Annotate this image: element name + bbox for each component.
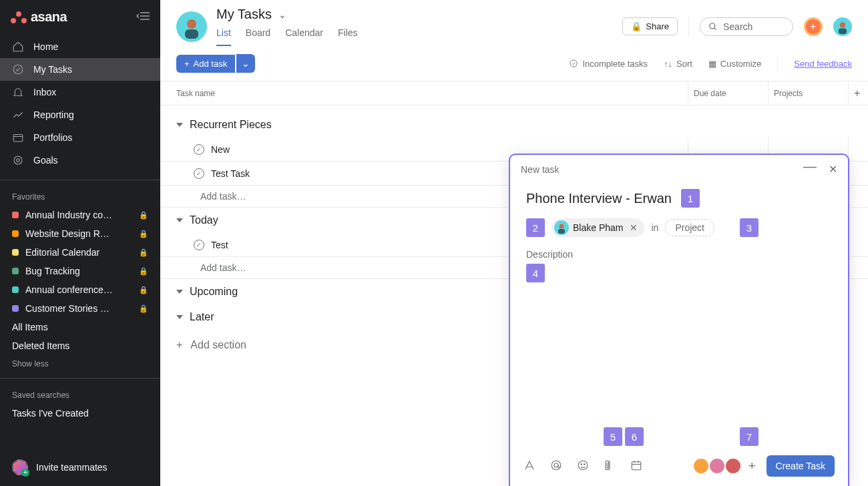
create-task-button[interactable]: Create Task xyxy=(767,455,835,477)
caret-down-icon xyxy=(176,290,183,294)
description-input[interactable] xyxy=(526,282,832,403)
favorite-item[interactable]: Annual Industry co…🔒 xyxy=(0,206,160,224)
emoji-icon[interactable] xyxy=(577,459,589,473)
app-logo[interactable]: asana xyxy=(11,9,67,25)
search-placeholder: Search xyxy=(723,21,752,32)
close-icon[interactable]: ✕ xyxy=(829,163,837,176)
sidebar-header: asana xyxy=(0,0,160,33)
app-name: asana xyxy=(31,9,67,25)
complete-toggle[interactable] xyxy=(194,168,204,179)
favorite-item[interactable]: Website Design R…🔒 xyxy=(0,224,160,243)
due-date-icon[interactable] xyxy=(630,459,642,473)
add-task-menu-button[interactable]: ⌄ xyxy=(236,54,255,73)
plus-icon: + xyxy=(176,339,182,351)
annotation-badge-4: 4 xyxy=(526,264,545,282)
favorite-label: Annual Industry co… xyxy=(25,210,132,220)
collapse-sidebar-icon[interactable] xyxy=(136,11,150,23)
list-toolbar: + Add task ⌄ Incomplete tasks ↑↓ Sort ▦ … xyxy=(160,46,868,81)
tab-list[interactable]: List xyxy=(216,27,231,46)
annotation-badge-5: 5 xyxy=(604,427,622,446)
section-header[interactable]: Recurrent Pieces xyxy=(160,112,868,138)
send-feedback-link[interactable]: Send feedback xyxy=(794,59,852,69)
favorites-extra: All Items Deleted Items xyxy=(0,318,160,355)
column-add[interactable]: + xyxy=(848,81,868,105)
collaborator-avatar[interactable] xyxy=(692,457,710,475)
lock-icon: 🔒 xyxy=(139,267,148,276)
share-button[interactable]: 🔒 Share xyxy=(622,17,678,35)
customize-button[interactable]: ▦ Customize xyxy=(708,59,761,69)
project-chip[interactable]: Project xyxy=(665,219,714,236)
nav-item-my-tasks[interactable]: My Tasks xyxy=(0,58,160,81)
chevron-down-icon[interactable]: ⌄ xyxy=(278,9,286,20)
add-collaborator-icon[interactable]: + xyxy=(748,459,756,473)
format-text-icon[interactable] xyxy=(523,459,535,473)
annotation-badge-6: 6 xyxy=(625,427,644,446)
add-task-button[interactable]: + Add task xyxy=(176,55,235,73)
svg-rect-15 xyxy=(558,229,565,234)
caret-down-icon xyxy=(176,123,183,127)
nav-label: Portfolios xyxy=(33,132,72,143)
show-less-button[interactable]: Show less xyxy=(0,355,160,373)
svg-point-20 xyxy=(584,463,586,465)
color-dot-icon xyxy=(12,212,19,218)
grid-icon: ▦ xyxy=(708,59,716,69)
popover-title: New task xyxy=(521,164,560,175)
svg-rect-21 xyxy=(632,461,641,469)
assignee-avatar-icon xyxy=(554,220,569,235)
tab-calendar[interactable]: Calendar xyxy=(285,27,323,46)
complete-toggle[interactable] xyxy=(194,240,204,250)
page-title: My Tasks xyxy=(216,7,272,22)
svg-point-3 xyxy=(13,65,23,74)
task-title-input[interactable]: Phone Interview - Erwan xyxy=(526,191,672,206)
filter-incomplete[interactable]: Incomplete tasks xyxy=(569,59,648,69)
invite-teammates-button[interactable]: + Invite teammates xyxy=(0,449,160,486)
collaborator-avatar[interactable] xyxy=(708,457,726,475)
favorite-label: Bug Tracking xyxy=(25,266,132,276)
task-name: Test Task xyxy=(211,168,250,179)
nav-item-reporting[interactable]: Reporting xyxy=(0,103,160,126)
all-items-link[interactable]: All Items xyxy=(0,318,160,336)
favorite-label: Website Design R… xyxy=(25,228,132,239)
column-due-date[interactable]: Due date xyxy=(688,81,768,105)
favorite-item[interactable]: Annual conference…🔒 xyxy=(0,280,160,299)
tab-board[interactable]: Board xyxy=(246,27,270,46)
view-tabs: List Board Calendar Files xyxy=(216,27,613,46)
column-task-name: Task name xyxy=(160,81,688,105)
remove-assignee-icon[interactable]: ✕ xyxy=(627,222,640,233)
user-menu-avatar[interactable] xyxy=(833,17,852,36)
nav-item-goals[interactable]: Goals xyxy=(0,149,160,172)
minimize-icon[interactable]: — xyxy=(803,163,817,176)
attachment-icon[interactable] xyxy=(604,459,616,473)
invite-label: Invite teammates xyxy=(36,462,107,473)
sort-icon: ↑↓ xyxy=(664,59,672,69)
svg-point-16 xyxy=(552,461,561,470)
deleted-items-link[interactable]: Deleted Items xyxy=(0,336,160,355)
page-header: My Tasks ⌄ List Board Calendar Files 🔒 S… xyxy=(160,0,868,46)
favorite-item[interactable]: Customer Stories …🔒 xyxy=(0,299,160,318)
home-icon xyxy=(12,41,24,53)
color-dot-icon xyxy=(12,305,19,312)
favorite-item[interactable]: Bug Tracking🔒 xyxy=(0,262,160,280)
check-circle-icon xyxy=(569,59,578,68)
collaborator-avatar[interactable] xyxy=(724,457,742,475)
lock-icon: 🔒 xyxy=(139,286,148,294)
nav-item-portfolios[interactable]: Portfolios xyxy=(0,126,160,149)
search-input[interactable]: Search xyxy=(700,17,793,36)
svg-point-18 xyxy=(578,461,588,470)
owner-avatar[interactable] xyxy=(176,11,207,42)
tab-files[interactable]: Files xyxy=(338,27,358,46)
nav-item-home[interactable]: Home xyxy=(0,35,160,58)
mention-icon[interactable] xyxy=(550,459,562,473)
nav-item-inbox[interactable]: Inbox xyxy=(0,81,160,103)
global-add-button[interactable]: + xyxy=(804,17,823,36)
saved-search-item[interactable]: Tasks I've Created xyxy=(0,404,160,423)
sort-button[interactable]: ↑↓ Sort xyxy=(664,59,692,69)
nav-list: Home My Tasks Inbox Reporting Portfolios… xyxy=(0,33,160,174)
complete-toggle[interactable] xyxy=(194,144,204,155)
column-projects[interactable]: Projects xyxy=(768,81,848,105)
svg-point-6 xyxy=(17,159,20,162)
color-dot-icon xyxy=(12,286,19,293)
annotation-badge-1: 1 xyxy=(681,189,700,208)
favorite-item[interactable]: Editorial Calendar🔒 xyxy=(0,243,160,262)
assignee-chip[interactable]: Blake Pham ✕ xyxy=(552,218,644,237)
